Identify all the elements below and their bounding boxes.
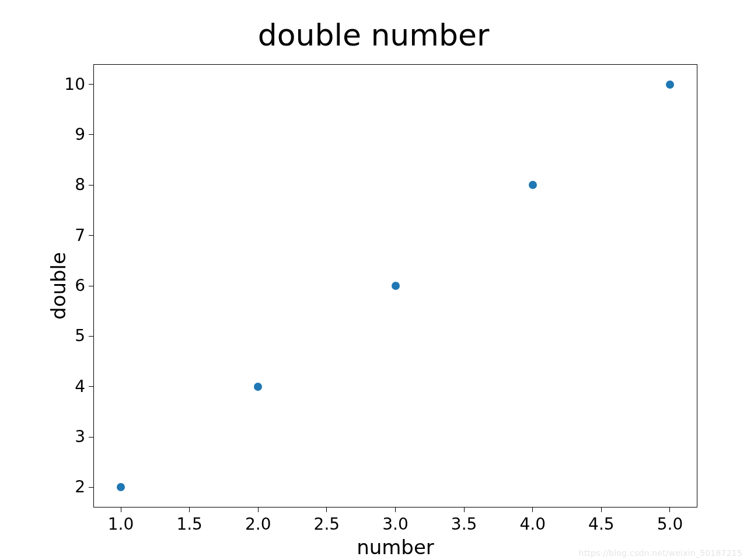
x-tick-mark xyxy=(258,508,259,512)
y-tick-label: 2 xyxy=(75,477,85,496)
x-tick-mark xyxy=(669,508,670,512)
x-tick-mark xyxy=(395,508,396,512)
y-tick-label: 3 xyxy=(75,427,85,446)
x-tick-label: 4.0 xyxy=(518,514,547,534)
y-tick-mark xyxy=(89,134,93,135)
figure: double number double number https://blog… xyxy=(0,0,747,560)
x-tick-mark xyxy=(464,508,465,512)
x-tick-mark xyxy=(189,508,190,512)
chart-title: double number xyxy=(0,18,747,52)
x-tick-label: 1.5 xyxy=(175,514,204,534)
data-point xyxy=(666,80,674,89)
y-tick-mark xyxy=(89,336,93,337)
data-point xyxy=(529,181,537,189)
data-point xyxy=(117,483,125,491)
y-tick-label: 9 xyxy=(75,125,85,144)
x-tick-label: 2.5 xyxy=(312,514,341,534)
x-tick-mark xyxy=(601,508,602,512)
y-tick-label: 5 xyxy=(75,326,85,345)
y-tick-mark xyxy=(89,487,93,488)
x-tick-mark xyxy=(532,508,533,512)
x-tick-mark xyxy=(326,508,327,512)
x-tick-label: 3.0 xyxy=(381,514,410,534)
y-tick-label: 6 xyxy=(75,276,85,295)
x-tick-label: 2.0 xyxy=(243,514,273,534)
y-tick-mark xyxy=(89,84,93,85)
data-point xyxy=(254,383,262,391)
y-tick-label: 10 xyxy=(64,75,85,94)
y-tick-mark xyxy=(89,235,93,236)
x-tick-label: 3.5 xyxy=(449,514,479,534)
x-tick-label: 4.5 xyxy=(587,514,616,534)
watermark-text: https://blog.csdn.net/weixin_50187215 xyxy=(579,548,742,558)
data-point xyxy=(392,282,400,290)
y-tick-mark xyxy=(89,437,93,438)
y-tick-mark xyxy=(89,185,93,186)
x-tick-label: 1.0 xyxy=(106,514,135,534)
x-tick-label: 5.0 xyxy=(655,514,685,534)
y-tick-label: 7 xyxy=(75,226,85,245)
y-tick-mark xyxy=(89,386,93,387)
y-tick-mark xyxy=(89,286,93,286)
y-axis-label: double xyxy=(47,251,70,321)
x-tick-mark xyxy=(121,508,121,512)
y-tick-label: 4 xyxy=(75,377,85,396)
y-tick-label: 8 xyxy=(75,175,85,194)
